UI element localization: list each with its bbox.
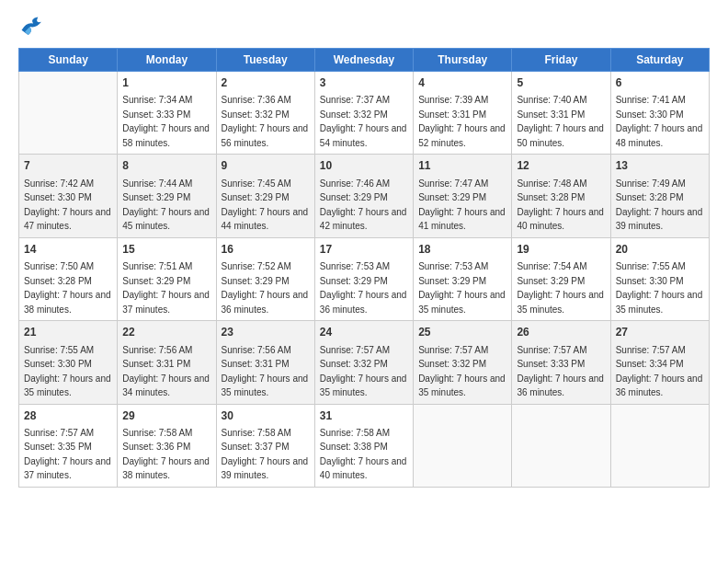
day-header-monday: Monday: [118, 49, 216, 72]
day-daylight: Daylight: 7 hours and 47 minutes.: [24, 207, 111, 232]
day-daylight: Daylight: 7 hours and 38 minutes.: [122, 456, 210, 481]
day-header-friday: Friday: [512, 49, 610, 72]
day-sunrise: Sunrise: 7:57 AM: [517, 345, 586, 355]
day-daylight: Daylight: 7 hours and 45 minutes.: [122, 207, 210, 232]
day-daylight: Daylight: 7 hours and 36 minutes.: [517, 373, 604, 398]
day-daylight: Daylight: 7 hours and 48 minutes.: [616, 123, 703, 148]
logo-icon: [18, 15, 48, 40]
day-daylight: Daylight: 7 hours and 35 minutes.: [320, 373, 407, 398]
day-number: 15: [122, 242, 210, 258]
day-daylight: Daylight: 7 hours and 44 minutes.: [222, 207, 309, 232]
day-sunset: Sunset: 3:33 PM: [517, 359, 585, 369]
day-sunrise: Sunrise: 7:53 AM: [418, 261, 488, 271]
day-sunrise: Sunrise: 7:44 AM: [122, 178, 192, 189]
day-sunrise: Sunrise: 7:58 AM: [222, 428, 291, 438]
day-number: 24: [320, 325, 408, 340]
day-sunset: Sunset: 3:31 PM: [222, 359, 290, 369]
day-daylight: Daylight: 7 hours and 36 minutes.: [320, 290, 407, 315]
calendar-cell: 7Sunrise: 7:42 AMSunset: 3:30 PMDaylight…: [19, 155, 118, 237]
day-sunset: Sunset: 3:29 PM: [418, 192, 486, 202]
day-sunrise: Sunrise: 7:55 AM: [24, 345, 94, 355]
calendar-cell: 12Sunrise: 7:48 AMSunset: 3:28 PMDayligh…: [512, 155, 610, 237]
day-number: 3: [320, 75, 408, 91]
day-sunset: Sunset: 3:32 PM: [222, 109, 290, 120]
day-sunrise: Sunrise: 7:56 AM: [122, 345, 192, 355]
day-sunrise: Sunrise: 7:41 AM: [616, 95, 686, 105]
day-sunset: Sunset: 3:35 PM: [24, 442, 92, 452]
day-daylight: Daylight: 7 hours and 39 minutes.: [222, 456, 309, 481]
day-sunset: Sunset: 3:32 PM: [320, 109, 388, 120]
calendar-cell: 30Sunrise: 7:58 AMSunset: 3:37 PMDayligh…: [216, 404, 314, 487]
day-number: 21: [24, 325, 112, 340]
day-daylight: Daylight: 7 hours and 35 minutes.: [222, 373, 309, 398]
day-sunrise: Sunrise: 7:53 AM: [320, 261, 390, 271]
day-daylight: Daylight: 7 hours and 42 minutes.: [320, 207, 407, 232]
day-sunrise: Sunrise: 7:57 AM: [320, 345, 390, 355]
day-sunrise: Sunrise: 7:54 AM: [517, 261, 586, 271]
day-sunset: Sunset: 3:28 PM: [24, 276, 92, 286]
calendar-cell: 29Sunrise: 7:58 AMSunset: 3:36 PMDayligh…: [118, 404, 216, 487]
day-sunset: Sunset: 3:29 PM: [122, 192, 190, 202]
day-number: 25: [418, 325, 506, 340]
day-header-sunday: Sunday: [19, 49, 118, 72]
day-sunrise: Sunrise: 7:57 AM: [24, 428, 94, 438]
calendar-cell: [19, 72, 118, 155]
calendar-cell: 26Sunrise: 7:57 AMSunset: 3:33 PMDayligh…: [512, 321, 610, 404]
calendar-cell: 11Sunrise: 7:47 AMSunset: 3:29 PMDayligh…: [414, 155, 512, 237]
day-sunrise: Sunrise: 7:52 AM: [222, 261, 291, 271]
day-sunset: Sunset: 3:30 PM: [616, 276, 684, 286]
calendar-cell: 3Sunrise: 7:37 AMSunset: 3:32 PMDaylight…: [314, 72, 413, 155]
calendar-cell: 22Sunrise: 7:56 AMSunset: 3:31 PMDayligh…: [118, 321, 216, 404]
day-sunrise: Sunrise: 7:40 AM: [517, 95, 586, 105]
day-number: 27: [616, 325, 704, 340]
day-header-wednesday: Wednesday: [314, 49, 413, 72]
day-sunset: Sunset: 3:32 PM: [418, 359, 486, 369]
calendar-cell: [414, 404, 512, 487]
day-sunset: Sunset: 3:28 PM: [517, 192, 585, 202]
day-sunset: Sunset: 3:30 PM: [24, 192, 92, 202]
day-sunrise: Sunrise: 7:58 AM: [320, 428, 390, 438]
day-number: 2: [222, 75, 310, 91]
day-number: 30: [222, 408, 310, 424]
day-sunrise: Sunrise: 7:56 AM: [222, 345, 291, 355]
day-number: 20: [616, 242, 704, 258]
day-sunset: Sunset: 3:29 PM: [222, 276, 290, 286]
day-sunset: Sunset: 3:29 PM: [517, 276, 585, 286]
day-sunrise: Sunrise: 7:46 AM: [320, 178, 390, 189]
day-number: 14: [24, 242, 112, 258]
calendar-cell: 10Sunrise: 7:46 AMSunset: 3:29 PMDayligh…: [314, 155, 413, 237]
day-sunset: Sunset: 3:34 PM: [616, 359, 684, 369]
day-number: 9: [222, 158, 310, 174]
calendar-cell: 28Sunrise: 7:57 AMSunset: 3:35 PMDayligh…: [19, 404, 118, 487]
day-number: 19: [517, 242, 605, 258]
day-header-thursday: Thursday: [414, 49, 512, 72]
day-sunrise: Sunrise: 7:36 AM: [222, 95, 291, 105]
day-sunrise: Sunrise: 7:48 AM: [517, 178, 586, 189]
calendar-cell: 13Sunrise: 7:49 AMSunset: 3:28 PMDayligh…: [610, 155, 709, 237]
day-header-tuesday: Tuesday: [216, 49, 314, 72]
day-sunrise: Sunrise: 7:37 AM: [320, 95, 390, 105]
day-number: 16: [222, 242, 310, 258]
day-daylight: Daylight: 7 hours and 38 minutes.: [24, 290, 111, 315]
day-sunset: Sunset: 3:29 PM: [320, 276, 388, 286]
day-daylight: Daylight: 7 hours and 39 minutes.: [616, 207, 703, 232]
day-daylight: Daylight: 7 hours and 35 minutes.: [517, 290, 604, 315]
day-sunrise: Sunrise: 7:47 AM: [418, 178, 488, 189]
day-number: 29: [122, 408, 210, 424]
day-daylight: Daylight: 7 hours and 50 minutes.: [517, 123, 604, 148]
day-sunrise: Sunrise: 7:57 AM: [616, 345, 686, 355]
day-sunset: Sunset: 3:29 PM: [222, 192, 290, 202]
calendar-cell: 8Sunrise: 7:44 AMSunset: 3:29 PMDaylight…: [118, 155, 216, 237]
calendar-cell: [512, 404, 610, 487]
day-sunset: Sunset: 3:37 PM: [222, 442, 290, 452]
day-daylight: Daylight: 7 hours and 58 minutes.: [122, 123, 210, 148]
day-number: 10: [320, 158, 408, 174]
day-daylight: Daylight: 7 hours and 37 minutes.: [24, 456, 111, 481]
day-number: 28: [24, 408, 112, 424]
day-sunrise: Sunrise: 7:50 AM: [24, 261, 94, 271]
day-sunset: Sunset: 3:29 PM: [320, 192, 388, 202]
day-sunset: Sunset: 3:28 PM: [616, 192, 684, 202]
day-sunrise: Sunrise: 7:57 AM: [418, 345, 488, 355]
day-sunset: Sunset: 3:32 PM: [320, 359, 388, 369]
day-number: 4: [418, 75, 506, 91]
